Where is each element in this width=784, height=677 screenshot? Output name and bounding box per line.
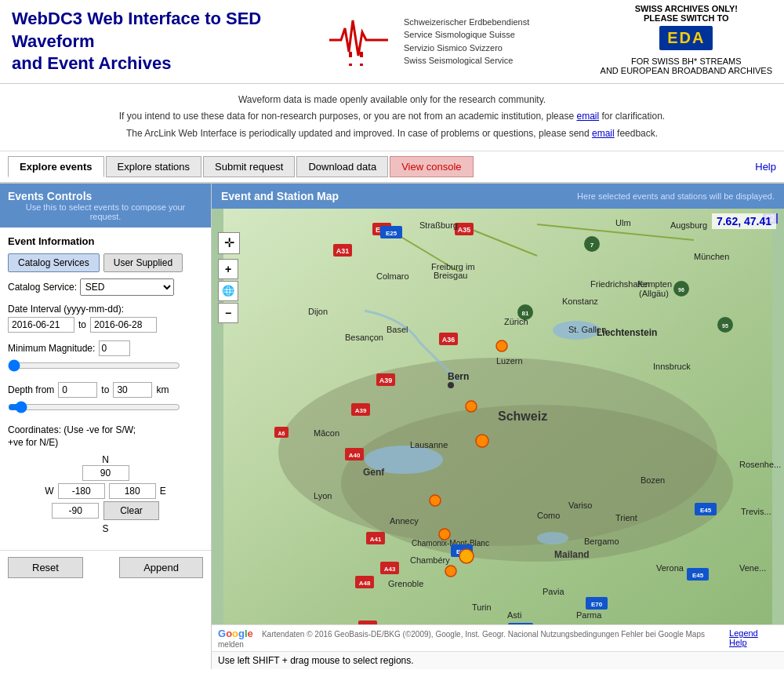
header-title: WebDC3 Web Interface to SED Waveform and… [12, 8, 310, 75]
map-header: Event and Station Map Here selected even… [212, 184, 784, 209]
help-link[interactable]: Help [755, 161, 776, 173]
svg-text:7: 7 [590, 242, 594, 249]
svg-text:A35: A35 [458, 226, 471, 234]
svg-text:E45: E45 [692, 572, 704, 579]
svg-point-101 [466, 401, 477, 412]
svg-text:A6: A6 [278, 431, 285, 436]
date-from-input[interactable] [8, 317, 74, 333]
tab-explore-stations[interactable]: Explore stations [106, 156, 202, 177]
clear-button[interactable]: Clear [103, 501, 159, 520]
tab-explore-events[interactable]: Explore events [8, 156, 104, 177]
magnitude-slider-container [8, 359, 203, 374]
header-service-text: Schweizerischer Erdbebendienst Service S… [404, 16, 529, 67]
date-row: to [8, 317, 203, 333]
append-button[interactable]: Append [119, 557, 203, 578]
map-copyright-text: Kartendaten © 2016 GeoBasis-DE/BKG (©200… [218, 630, 705, 649]
svg-text:Genf: Genf [363, 467, 385, 478]
svg-point-105 [439, 529, 450, 540]
eda-logo[interactable]: EDA [659, 26, 713, 50]
svg-point-107 [445, 566, 456, 577]
min-magnitude-label: Minimum Magnitude: [8, 343, 95, 354]
map-pan-button[interactable]: ✛ [218, 232, 240, 254]
magnitude-slider[interactable] [8, 359, 180, 372]
tab-download-data[interactable]: Download data [296, 156, 388, 177]
map-zoom-out-button[interactable]: − [218, 303, 238, 323]
min-magnitude-input[interactable] [99, 340, 130, 356]
depth-from-input[interactable] [58, 382, 97, 398]
map-footer-text: Google Kartendaten © 2016 GeoBasis-DE/BK… [218, 628, 729, 649]
email-link-1[interactable]: email [576, 111, 599, 122]
map-container[interactable]: E23 A35 A31 A36 A39 81 7 Straßburg Ulm A… [212, 209, 784, 624]
event-info-label: Event Information [8, 235, 203, 247]
google-logo: Google [218, 629, 256, 639]
map-globe-button[interactable]: 🌐 [218, 281, 238, 301]
map-coordinates: 7.62, 47.41 [712, 213, 776, 229]
svg-text:Schweiz: Schweiz [498, 409, 547, 423]
date-interval-row: Date Interval (yyyy-mm-dd): to [8, 304, 203, 333]
map-footer: Google Kartendaten © 2016 GeoBasis-DE/BK… [212, 624, 784, 651]
svg-text:Innsbruck: Innsbruck [653, 362, 691, 371]
south-label: S [102, 523, 108, 534]
svg-text:Mailand: Mailand [554, 549, 590, 560]
svg-text:Pavia: Pavia [543, 587, 564, 596]
depth-slider[interactable] [8, 401, 180, 413]
map-instruction: Use left SHIFT + drag mouse to select re… [212, 651, 784, 669]
svg-text:E25: E25 [386, 230, 397, 237]
svg-text:Breisgau: Breisgau [434, 271, 467, 280]
email-link-2[interactable]: email [592, 128, 615, 139]
svg-text:Grenoble: Grenoble [388, 579, 423, 588]
date-interval-label: Date Interval (yyyy-mm-dd): [8, 304, 203, 315]
svg-text:Bern: Bern [448, 371, 469, 382]
svg-text:Straßburg: Straßburg [419, 220, 458, 230]
tabs-bar: Explore events Explore stations Submit r… [0, 151, 784, 184]
depth-unit: km [156, 384, 169, 395]
map-zoom-in-button[interactable]: + [218, 259, 238, 279]
svg-text:96: 96 [678, 287, 684, 293]
swiss-streams: FOR SWISS BH* STREAMS AND EUROPEAN BROAD… [601, 56, 772, 75]
svg-text:Kempten: Kempten [637, 279, 672, 289]
svg-text:Turin: Turin [472, 602, 492, 612]
svg-text:A43: A43 [384, 566, 396, 573]
catalog-service-select[interactable]: SED EMSC USGS ISC [80, 278, 174, 296]
svg-text:Liechtenstein: Liechtenstein [597, 327, 657, 338]
svg-text:E45: E45 [700, 507, 712, 514]
svg-point-103 [476, 435, 488, 447]
depth-to-input[interactable] [113, 382, 152, 398]
west-label: W [45, 486, 53, 497]
action-buttons: Reset Append [0, 550, 211, 584]
svg-text:Rosenhe...: Rosenhe... [739, 460, 781, 469]
depth-slider-container [8, 401, 203, 416]
tab-submit-request[interactable]: Submit request [203, 156, 295, 177]
map-area: Event and Station Map Here selected even… [212, 184, 784, 669]
svg-text:Ulm: Ulm [615, 218, 631, 227]
catalog-service-row: Catalog Service: SED EMSC USGS ISC [8, 278, 203, 296]
svg-point-8 [537, 532, 568, 544]
svg-text:Konstanz: Konstanz [562, 297, 598, 306]
east-input[interactable] [109, 483, 156, 499]
page-header: WebDC3 Web Interface to SED Waveform and… [0, 0, 784, 84]
user-supplied-btn[interactable]: User Supplied [103, 253, 183, 272]
svg-text:Parma: Parma [576, 610, 602, 620]
catalog-services-btn[interactable]: Catalog Services [8, 253, 100, 272]
north-label: N [8, 454, 203, 465]
south-input[interactable] [52, 503, 99, 519]
svg-text:A36: A36 [442, 336, 456, 344]
info-line3: The ArcLink Web Interface is periodicall… [16, 126, 768, 143]
svg-text:Verona: Verona [656, 563, 684, 573]
north-input[interactable] [82, 465, 129, 481]
svg-text:Dijon: Dijon [308, 307, 328, 316]
map-help-link[interactable]: Help [729, 638, 747, 647]
tab-view-console[interactable]: View console [390, 156, 473, 177]
svg-text:Lyon: Lyon [314, 491, 332, 500]
west-input[interactable] [58, 483, 105, 499]
svg-text:(Allgäu): (Allgäu) [639, 289, 669, 298]
reset-button[interactable]: Reset [8, 557, 83, 578]
date-to-input[interactable] [90, 317, 157, 333]
main-content: Events Controls Use this to select event… [0, 184, 784, 669]
coordinates-section: Coordinates: (Use -ve for S/W; +ve for N… [8, 424, 203, 535]
svg-text:81: 81 [522, 310, 529, 317]
svg-text:Asti: Asti [507, 610, 521, 620]
date-to-label: to [78, 319, 86, 330]
legend-link[interactable]: Legend [729, 628, 758, 638]
svg-text:Lausanne: Lausanne [410, 440, 448, 450]
